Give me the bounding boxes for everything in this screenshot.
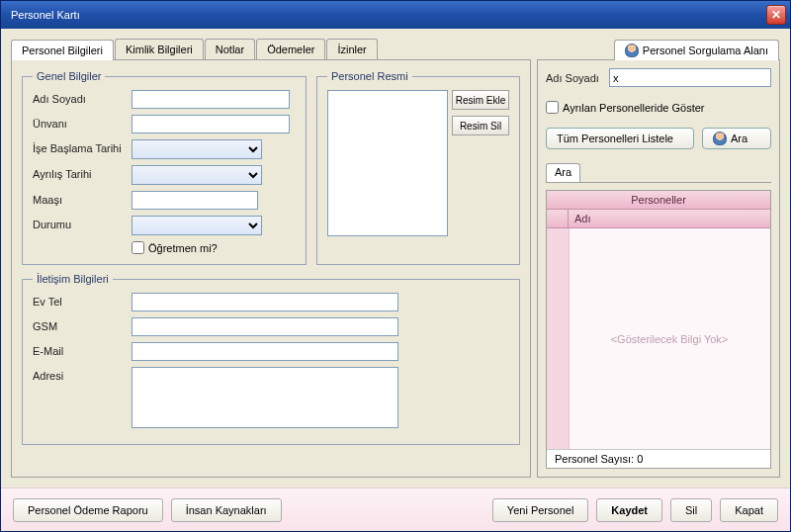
resim-sil-button[interactable]: Resim Sil (452, 116, 509, 135)
personel-resmi-legend: Personel Resmi (327, 70, 412, 82)
personel-karti-window: Personel Kartı ✕ Personel Bilgileri Kiml… (0, 0, 791, 532)
yeni-personel-button[interactable]: Yeni Personel (492, 498, 588, 522)
ara-label: Ara (731, 133, 747, 144)
genel-bilgiler-fieldset: Genel Bilgiler Adı Soyadı Ünvanı İşe Baş… (22, 70, 307, 265)
kaydet-button[interactable]: Kaydet (596, 498, 662, 522)
durumu-label: Durumu (33, 216, 132, 230)
kapat-button[interactable]: Kapat (720, 498, 778, 522)
personel-sorgulama-pane: Adı Soyadı Ayrılan Personelleride Göster… (537, 60, 780, 478)
ise-baslama-select[interactable] (132, 139, 262, 159)
tab-izinler[interactable]: İzinler (326, 39, 377, 59)
gsm-input[interactable] (132, 317, 398, 336)
close-button[interactable]: ✕ (766, 5, 786, 25)
gsm-label: GSM (33, 317, 132, 332)
tab-personel-sorgulama[interactable]: Personel Sorgulama Alanı (614, 40, 779, 60)
insan-kaynaklari-button[interactable]: İnsan Kaynakları (171, 498, 282, 522)
search-person-icon (713, 132, 727, 145)
resim-preview (327, 90, 448, 236)
sil-button[interactable]: Sil (670, 498, 712, 522)
genel-resim-row: Genel Bilgiler Adı Soyadı Ünvanı İşe Baş… (22, 70, 520, 265)
personel-sorgulama-label: Personel Sorgulama Alanı (643, 44, 768, 56)
ayrilis-label: Ayrılış Tarihi (33, 165, 132, 180)
maasi-label: Maaşı (33, 191, 132, 206)
resim-ekle-button[interactable]: Resim Ekle (452, 90, 509, 110)
adresi-label: Adresi (33, 367, 132, 382)
ise-baslama-label: İşe Başlama Tarihi (33, 139, 132, 154)
unvani-label: Ünvanı (33, 115, 132, 130)
ayrilan-goster-label: Ayrılan Personelleride Göster (563, 102, 704, 114)
grid-title: Personeller (547, 191, 770, 210)
grid-footer: Personel Sayısı: 0 (547, 449, 770, 468)
maasi-input[interactable] (132, 191, 258, 210)
grid-row-selector-header (547, 210, 569, 227)
right-column: Personel Sorgulama Alanı Adı Soyadı Ayrı… (537, 39, 780, 478)
iletisim-legend: İletişim Bilgileri (33, 273, 113, 285)
grid-body: <Gösterilecek Bilgi Yok> (547, 228, 770, 449)
titlebar: Personel Kartı ✕ (1, 1, 790, 29)
window-title: Personel Kartı (11, 9, 80, 21)
tab-notlar[interactable]: Notlar (205, 39, 255, 59)
grid-columns: Adı (547, 210, 770, 228)
grid-empty-text: <Gösterilecek Bilgi Yok> (611, 333, 729, 345)
tabs: Personel Bilgileri Kimlik Bilgileri Notl… (11, 39, 531, 60)
durumu-select[interactable] (132, 216, 262, 235)
search-adi-soyadi-input[interactable] (609, 68, 771, 87)
search-adi-soyadi-label: Adı Soyadı (546, 72, 603, 84)
left-column: Personel Bilgileri Kimlik Bilgileri Notl… (11, 39, 531, 478)
right-tabrow: Personel Sorgulama Alanı (537, 39, 780, 60)
ayrilis-select[interactable] (132, 165, 262, 185)
ara-tabrow: Ara (546, 163, 771, 183)
iletisim-fieldset: İletişim Bilgileri Ev Tel GSM E-Mail (22, 273, 520, 445)
personeller-grid: Personeller Adı <Gösterilecek Bilgi Yok>… (546, 190, 771, 469)
ogretmen-label: Öğretmen mi? (148, 242, 218, 254)
tab-pane-personel: Genel Bilgiler Adı Soyadı Ünvanı İşe Baş… (11, 60, 531, 478)
bottom-bar: Personel Ödeme Raporu İnsan Kaynakları Y… (1, 488, 790, 531)
odeme-raporu-button[interactable]: Personel Ödeme Raporu (13, 498, 163, 522)
tum-listele-button[interactable]: Tüm Personelleri Listele (546, 128, 694, 149)
genel-bilgiler-legend: Genel Bilgiler (33, 70, 105, 82)
tab-personel-bilgileri[interactable]: Personel Bilgileri (11, 40, 114, 60)
tab-odemeler[interactable]: Ödemeler (256, 39, 325, 59)
tum-listele-label: Tüm Personelleri Listele (557, 133, 673, 144)
unvani-input[interactable] (132, 115, 290, 133)
ayrilan-goster-checkbox[interactable] (546, 101, 559, 114)
email-label: E-Mail (33, 342, 132, 357)
adi-soyadi-label: Adı Soyadı (33, 90, 132, 105)
tab-kimlik-bilgileri[interactable]: Kimlik Bilgileri (115, 39, 204, 59)
evtel-label: Ev Tel (33, 293, 132, 308)
adresi-input[interactable] (132, 367, 398, 428)
person-icon (625, 44, 639, 57)
ara-button[interactable]: Ara (702, 128, 771, 149)
ara-subtab[interactable]: Ara (546, 163, 580, 182)
ogretmen-checkbox[interactable] (132, 241, 144, 254)
personel-resmi-fieldset: Personel Resmi Resim Ekle Resim Sil (316, 70, 520, 265)
evtel-input[interactable] (132, 293, 398, 311)
content-area: Personel Bilgileri Kimlik Bilgileri Notl… (1, 29, 790, 488)
adi-soyadi-input[interactable] (132, 90, 290, 109)
email-input[interactable] (132, 342, 398, 361)
grid-col-adi[interactable]: Adı (569, 210, 770, 227)
